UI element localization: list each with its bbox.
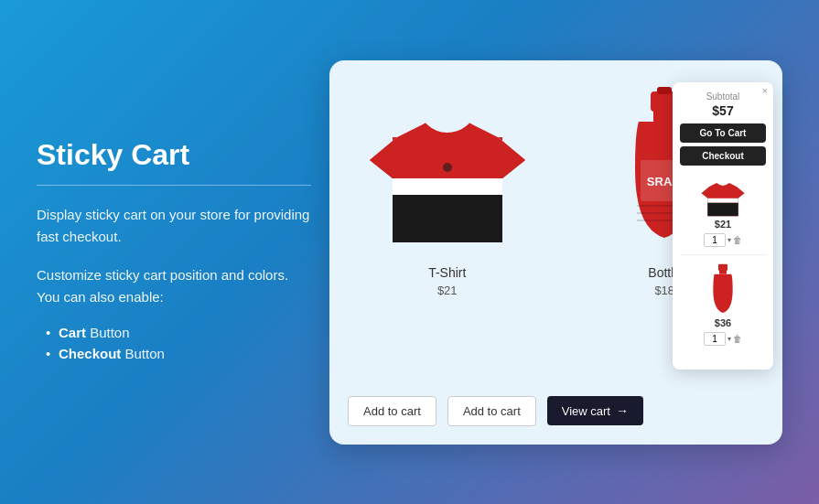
cart-item-1-image	[700, 173, 746, 219]
divider	[37, 185, 311, 186]
list-item-cart-bold: Cart	[59, 325, 86, 340]
add-to-cart-bottle-button[interactable]: Add to cart	[447, 396, 536, 426]
checkout-button[interactable]: Checkout	[680, 146, 766, 166]
cart-item-2-image	[706, 263, 739, 317]
cart-item-1: $21 ▾ 🗑	[680, 173, 766, 255]
action-row: Add to cart Add to cart View cart →	[348, 396, 764, 426]
svg-rect-14	[719, 270, 727, 274]
svg-point-2	[443, 163, 452, 172]
products-area: T-Shirt $21 SRAM	[348, 82, 764, 389]
add-to-cart-tshirt-button[interactable]: Add to cart	[348, 396, 436, 426]
list-item-checkout-text: Button	[125, 346, 165, 361]
right-panel: T-Shirt $21 SRAM	[329, 60, 782, 445]
dropdown-arrow-2: ▾	[727, 335, 731, 343]
view-cart-button[interactable]: View cart →	[547, 396, 643, 425]
sticky-cart-popup: × Subtotal $57 Go To Cart Checkout $21 ▾…	[673, 82, 773, 370]
left-panel: Sticky Cart Display sticky cart on your …	[37, 138, 329, 367]
svg-rect-13	[718, 263, 727, 270]
view-cart-arrow: →	[616, 403, 629, 418]
cart-item-2-price: $36	[715, 317, 731, 328]
svg-rect-1	[393, 195, 502, 242]
svg-rect-0	[393, 178, 502, 195]
close-icon[interactable]: ×	[762, 86, 768, 96]
go-to-cart-button[interactable]: Go To Cart	[680, 123, 766, 143]
list-item-cart-text: Button	[90, 325, 129, 340]
cart-item-2-qty[interactable]	[704, 332, 726, 346]
cart-item-1-qty[interactable]	[704, 233, 726, 247]
view-cart-label: View cart	[562, 404, 610, 418]
description-1: Display sticky cart on your store for pr…	[37, 204, 311, 248]
tshirt-image-container	[365, 82, 530, 256]
feature-list: Cart Button Checkout Button	[37, 325, 311, 361]
description-2: Customize sticky cart position and color…	[37, 264, 311, 308]
list-item-checkout: Checkout Button	[46, 346, 311, 361]
page-title: Sticky Cart	[37, 138, 311, 172]
list-item-checkout-bold: Checkout	[59, 346, 121, 361]
cart-item-1-controls: ▾ 🗑	[704, 233, 742, 247]
subtotal-label: Subtotal	[680, 91, 766, 102]
svg-rect-10	[657, 87, 672, 94]
delete-item-2-button[interactable]: 🗑	[733, 334, 742, 344]
cart-item-2: $36 ▾ 🗑	[680, 263, 766, 353]
delete-item-1-button[interactable]: 🗑	[733, 235, 742, 245]
cart-item-2-controls: ▾ 🗑	[704, 332, 742, 346]
dropdown-arrow-1: ▾	[727, 236, 731, 244]
svg-rect-11	[707, 198, 738, 202]
tshirt-price: $21	[437, 284, 458, 297]
subtotal-value: $57	[680, 103, 766, 118]
svg-rect-12	[707, 202, 738, 215]
tshirt-name: T-Shirt	[428, 265, 466, 280]
cart-item-1-price: $21	[715, 219, 731, 230]
product-card-tshirt: T-Shirt $21	[348, 82, 547, 389]
tshirt-image	[370, 87, 525, 252]
list-item-cart: Cart Button	[46, 325, 311, 340]
bottle-price: $18	[654, 284, 674, 297]
